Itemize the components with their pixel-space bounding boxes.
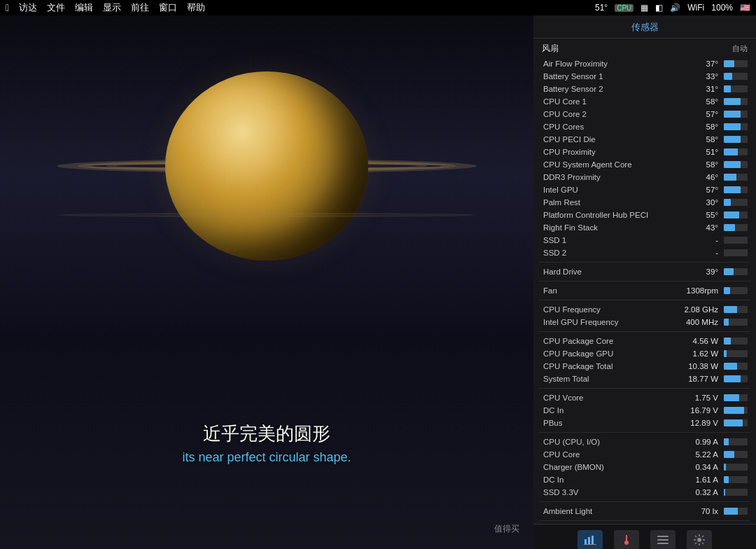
freq-bar-container	[724, 306, 748, 313]
menu-view[interactable]: 显示	[103, 1, 121, 14]
sensor-value: 58°	[686, 97, 721, 106]
sensor-bar-container	[724, 161, 748, 168]
curr-bar-container	[724, 476, 748, 483]
fan-speed-label: Fan	[543, 286, 686, 295]
sensor-value: 31°	[686, 85, 721, 93]
menu-finder[interactable]: 访达	[19, 1, 37, 14]
toolbar-brightness-icon[interactable]	[687, 530, 712, 549]
power-bar	[724, 363, 737, 370]
curr-bar-container	[724, 438, 748, 445]
current-sensor-row: CPU (CPU, I/O) 0.99 A	[533, 436, 756, 448]
sensor-bar-container	[724, 60, 748, 67]
sensor-bar	[724, 199, 731, 206]
sensor-name: CPU Cores	[543, 123, 686, 131]
freq-name: Intel GPU Frequency	[543, 318, 686, 326]
power-value: 18.77 W	[686, 375, 721, 383]
current-sensor-row: SSD 3.3V 0.32 A	[533, 486, 756, 499]
power-value: 1.62 W	[686, 349, 721, 358]
temp-sensor-row: Intel GPU 57°	[533, 183, 756, 196]
fan-bar-container	[724, 287, 748, 294]
menu-edit[interactable]: 编辑	[75, 1, 93, 14]
voltage-sensor-row: CPU Vcore 1.75 V	[533, 391, 756, 404]
sensor-bar	[724, 98, 741, 105]
toolbar-chart-icon[interactable]	[578, 530, 603, 549]
volt-bar-container	[724, 419, 748, 426]
sensor-bar-container	[724, 136, 748, 143]
volt-bar-container	[724, 394, 748, 401]
ambient-bar-container	[724, 508, 748, 515]
temp-sensor-row: Platform Controller Hub PECI 55°	[533, 209, 756, 221]
temp-sensor-row: CPU Core 2 57°	[533, 108, 756, 120]
sensor-bar	[724, 186, 741, 193]
volt-bar	[724, 419, 743, 426]
temp-sensor-row: Battery Sensor 1 33°	[533, 70, 756, 83]
sensor-value: 58°	[686, 123, 721, 131]
sensor-value: 30°	[686, 198, 721, 207]
panel-title: 传感器	[533, 15, 756, 39]
svg-rect-8	[657, 539, 668, 541]
menubar:  访达 文件 编辑 显示 前往 窗口 帮助 51° CPU ▦ ◧ 🔊 WiF…	[0, 0, 756, 15]
current-sensors-list: CPU (CPU, I/O) 0.99 A CPU Core 5.22 A Ch…	[533, 436, 756, 499]
desktop-area: 近乎完美的圆形 its near perfect circular shape.…	[0, 15, 533, 549]
volt-value: 1.75 V	[686, 394, 721, 402]
apple-menu[interactable]: 	[6, 2, 9, 13]
toolbar-temp-icon[interactable]	[614, 530, 639, 549]
voltage-sensors-list: CPU Vcore 1.75 V DC In 16.79 V PBus 12.8…	[533, 391, 756, 429]
temp-indicator: 51°	[595, 3, 608, 13]
sensor-bar-container	[724, 123, 748, 130]
sensor-bar-container	[724, 199, 748, 206]
svg-point-5	[624, 541, 629, 545]
temp-sensor-row: CPU System Agent Core 58°	[533, 158, 756, 171]
sensor-value: 33°	[686, 72, 721, 81]
svg-line-16	[702, 543, 704, 544]
curr-value: 0.99 A	[686, 438, 721, 446]
volt-name: CPU Vcore	[543, 394, 686, 402]
sensor-bar	[724, 174, 736, 181]
curr-value: 0.32 A	[686, 488, 721, 496]
menu-file[interactable]: 文件	[47, 1, 65, 14]
ambient-row: Ambient Light 70 lx	[533, 505, 756, 517]
temp-sensor-row: CPU Core 1 58°	[533, 95, 756, 108]
svg-point-10	[697, 538, 701, 542]
hard-drive-bar-container	[724, 268, 748, 275]
power-bar-container	[724, 375, 748, 382]
temp-sensor-row: CPU Cores 58°	[533, 120, 756, 133]
frequency-sensors-list: CPU Frequency 2.08 GHz Intel GPU Frequen…	[533, 303, 756, 328]
sensor-name: SSD 2	[543, 249, 686, 257]
flag-icon: 🇺🇸	[740, 3, 750, 13]
svg-rect-6	[626, 535, 627, 540]
curr-value: 0.34 A	[686, 463, 721, 471]
freq-sensor-row: Intel GPU Frequency 400 MHz	[533, 316, 756, 328]
curr-name: SSD 3.3V	[543, 488, 686, 496]
power-sensors-list: CPU Package Core 4.56 W CPU Package GPU …	[533, 335, 756, 385]
voltage-sensor-row: PBus 12.89 V	[533, 417, 756, 429]
freq-bar	[724, 319, 729, 326]
sensor-name: Intel GPU	[543, 186, 686, 194]
volt-value: 16.79 V	[686, 406, 721, 415]
volt-name: DC In	[543, 406, 686, 415]
voltage-sensor-row: DC In 16.79 V	[533, 404, 756, 417]
sensor-bar-container	[724, 85, 748, 92]
sensor-bar-container	[724, 237, 748, 244]
hard-drive-label: Hard Drive	[543, 267, 686, 276]
menu-help[interactable]: 帮助	[187, 1, 205, 14]
sensor-panel[interactable]: 传感器 风扇 自动 Air Flow Proximity 37° Battery…	[533, 15, 756, 549]
sensor-name: DDR3 Proximity	[543, 173, 686, 181]
power-name: CPU Package GPU	[543, 349, 686, 358]
sensor-bar	[724, 161, 741, 168]
sensor-value: 57°	[686, 110, 721, 118]
menu-go[interactable]: 前往	[131, 1, 149, 14]
temp-sensor-row: Air Flow Proximity 37°	[533, 57, 756, 70]
temp-sensor-row: SSD 2 -	[533, 246, 756, 259]
toolbar-list-icon[interactable]	[650, 530, 676, 549]
menu-window[interactable]: 窗口	[159, 1, 177, 14]
sensor-value: 57°	[686, 186, 721, 194]
sensor-bar	[724, 85, 731, 92]
saturn-image	[57, 43, 477, 380]
power-value: 4.56 W	[686, 337, 721, 345]
sensor-value: 46°	[686, 173, 721, 181]
sensor-bar-container	[724, 174, 748, 181]
curr-value: 1.61 A	[686, 475, 721, 484]
svg-rect-1	[588, 537, 590, 545]
temp-sensor-row: CPU PECI Die 58°	[533, 133, 756, 146]
